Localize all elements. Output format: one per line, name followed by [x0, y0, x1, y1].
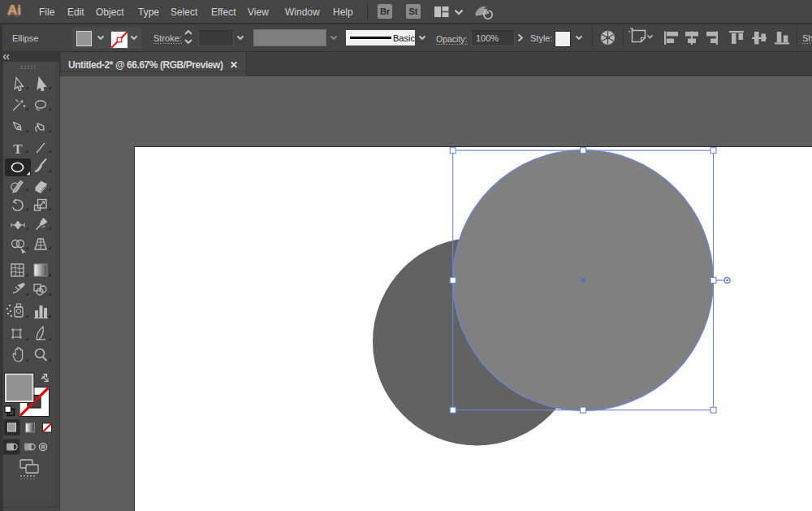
- svg-text:T: T: [13, 141, 23, 157]
